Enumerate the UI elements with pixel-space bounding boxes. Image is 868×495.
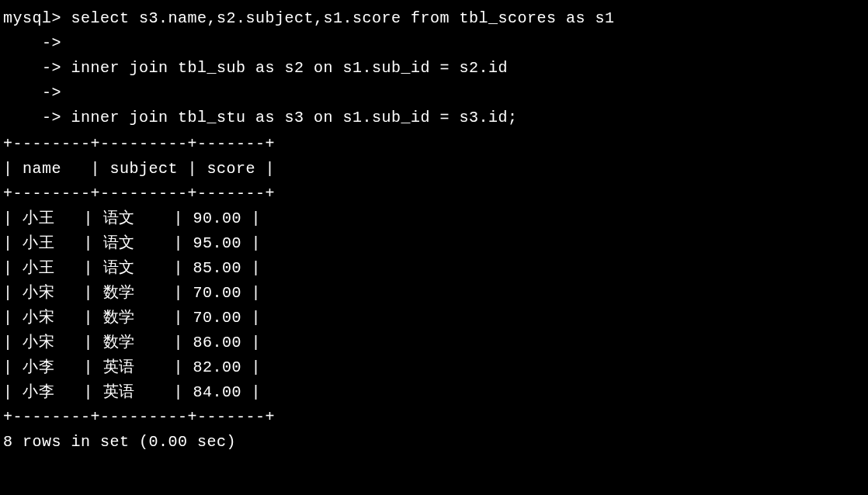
continuation-prompt: -> <box>3 34 71 52</box>
mysql-prompt: mysql> <box>3 9 71 27</box>
continuation-prompt: -> <box>3 109 71 126</box>
table-border-top: +--------+---------+-------+ <box>3 132 865 157</box>
table-row: | 小王 | 语文 | 85.00 | <box>3 256 865 281</box>
query-line-4: -> <box>3 81 865 106</box>
continuation-prompt: -> <box>3 59 71 77</box>
query-line-3: -> inner join tbl_sub as s2 on s1.sub_id… <box>3 56 865 81</box>
rows-in-set: 8 rows in set (0.00 sec) <box>3 430 865 455</box>
table-border-mid: +--------+---------+-------+ <box>3 182 865 206</box>
query-text-3: inner join tbl_sub as s2 on s1.sub_id = … <box>71 59 509 77</box>
table-header: | name | subject | score | <box>3 157 865 182</box>
table-border-bottom: +--------+---------+-------+ <box>3 405 865 430</box>
continuation-prompt: -> <box>3 84 71 102</box>
table-row: | 小王 | 语文 | 90.00 | <box>3 206 865 231</box>
table-row: | 小宋 | 数学 | 70.00 | <box>3 306 865 331</box>
result-footer: 8 rows in set (0.00 sec) <box>3 430 865 455</box>
query-line-5: -> inner join tbl_stu as s3 on s1.sub_id… <box>3 106 865 130</box>
table-row: | 小王 | 语文 | 95.00 | <box>3 231 865 256</box>
query-text-1: select s3.name,s2.subject,s1.score from … <box>71 9 615 27</box>
query-text-5: inner join tbl_stu as s3 on s1.sub_id = … <box>71 109 518 126</box>
query-line-1: mysql> select s3.name,s2.subject,s1.scor… <box>3 6 865 31</box>
table-row: | 小李 | 英语 | 82.00 | <box>3 355 865 380</box>
result-table: +--------+---------+-------+ | name | su… <box>3 132 865 430</box>
query-line-2: -> <box>3 31 865 56</box>
table-row: | 小李 | 英语 | 84.00 | <box>3 380 865 405</box>
table-row: | 小宋 | 数学 | 70.00 | <box>3 281 865 306</box>
sql-query-block: mysql> select s3.name,s2.subject,s1.scor… <box>3 6 865 130</box>
table-row: | 小宋 | 数学 | 86.00 | <box>3 331 865 355</box>
